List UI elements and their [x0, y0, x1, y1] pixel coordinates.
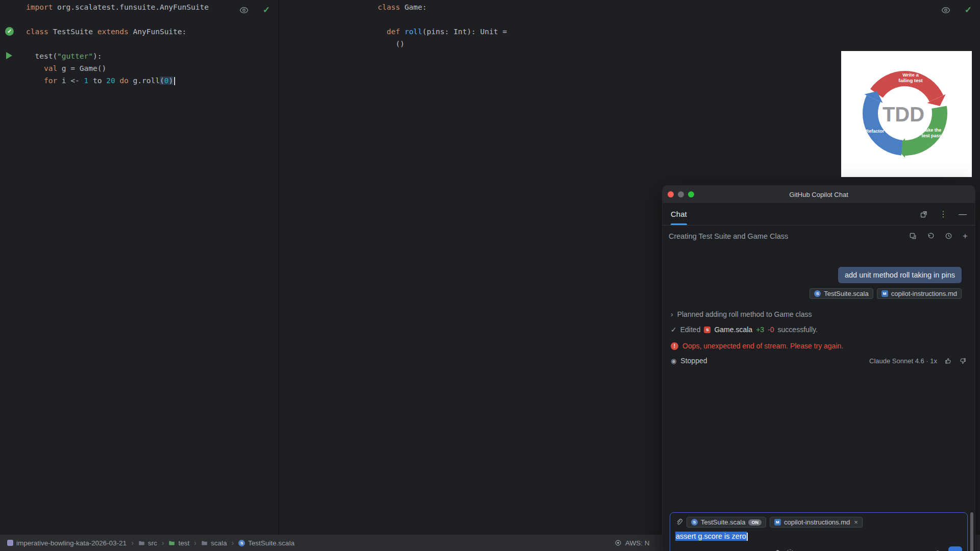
scala-file-icon: S — [704, 327, 710, 333]
markdown-file-icon: M — [881, 290, 888, 297]
eye-icon[interactable] — [941, 6, 950, 15]
breadcrumb-file[interactable]: S TestSuite.scala — [238, 539, 295, 547]
tdd-label-red-1: Write a — [902, 72, 919, 78]
breadcrumb-project[interactable]: imperative-bowling-kata-2026-03-21 — [7, 539, 127, 547]
zoom-window-button[interactable] — [688, 191, 694, 197]
chevron-right-icon: › — [231, 539, 234, 547]
edit-result-row: ✓ Edited S Game.scala +3 -0 successfully… — [671, 325, 975, 334]
send-button[interactable] — [948, 546, 962, 551]
thread-title: Creating Test Suite and Game Class — [669, 232, 788, 240]
remove-attachment-icon[interactable]: × — [854, 518, 858, 526]
no-problems-check-icon[interactable]: ✓ — [263, 5, 270, 15]
more-options-icon[interactable]: ⋮ — [939, 210, 947, 218]
aws-status-icon — [615, 539, 622, 546]
input-attachment-chip-instructions[interactable]: M copilot-instructions.md × — [770, 517, 863, 528]
thumbs-up-icon[interactable] — [944, 357, 952, 365]
code-testsuite[interactable]: import org.scalatest.funsuite.AnyFunSuit… — [0, 1, 278, 87]
cloud-sync-icon[interactable] — [934, 549, 942, 551]
minimize-window-button[interactable] — [678, 191, 684, 197]
inspection-widget-left: ✓ — [239, 5, 270, 15]
folder-icon — [201, 540, 208, 546]
chat-input-box[interactable]: S TestSuite.scala ON M copilot-instructi… — [670, 512, 968, 551]
edited-file-link[interactable]: Game.scala — [714, 325, 752, 334]
user-message-bubble: add unit method roll taking in pins — [838, 267, 962, 283]
plan-step-label: Planned adding roll method to Game class — [677, 310, 812, 318]
scala-file-icon: S — [691, 519, 698, 525]
paperclip-icon[interactable] — [675, 518, 683, 526]
breadcrumb-scala[interactable]: scala — [201, 539, 227, 547]
inspection-widget-right: ✓ — [941, 5, 972, 15]
tools-icon[interactable] — [772, 549, 780, 551]
stopped-label: Stopped — [680, 357, 707, 365]
error-text: Oops, unexpected end of stream. Please t… — [682, 342, 843, 350]
tdd-label-red-2: failing test — [898, 78, 923, 83]
edit-suffix: successfully. — [778, 325, 818, 334]
tdd-label-green-1: Make the — [922, 128, 942, 133]
window-title: GitHub Copilot Chat — [663, 191, 975, 198]
selected-prompt-text: assert g.score is zero — [675, 532, 747, 541]
input-attachment-chip-testsuite[interactable]: S TestSuite.scala ON — [687, 517, 766, 528]
folder-test-icon — [168, 540, 175, 546]
attachment-on-toggle[interactable]: ON — [748, 519, 762, 525]
eye-icon[interactable] — [239, 6, 249, 15]
thumbs-down-icon[interactable] — [959, 357, 967, 365]
history-clock-icon[interactable] — [945, 232, 952, 240]
status-row: ◉ Stopped Claude Sonnet 4.6 · 1x — [671, 357, 967, 365]
breadcrumb-src[interactable]: src — [138, 539, 157, 547]
copilot-chat-window: GitHub Copilot Chat Chat ⋮ — Creating Te… — [663, 186, 975, 551]
tdd-cycle-image: Write a failing test Make the test pass … — [841, 51, 972, 177]
chevron-right-icon: › — [162, 539, 164, 547]
scala-file-icon: S — [238, 540, 245, 546]
new-chat-plus-icon[interactable]: + — [963, 232, 968, 240]
tdd-label-blue: Refactor — [866, 129, 885, 134]
hide-panel-icon[interactable]: — — [959, 210, 967, 218]
attachments-stack-icon[interactable] — [909, 232, 917, 240]
chevron-right-icon: › — [131, 539, 134, 547]
model-dropdown[interactable]: Claude Sonnet 4.6 ▾ — [704, 549, 766, 551]
stopped-record-icon: ◉ — [671, 357, 676, 365]
error-message-row: ! Oops, unexpected end of stream. Please… — [671, 342, 975, 350]
model-usage-label: Claude Sonnet 4.6 · 1x — [869, 357, 937, 365]
folder-icon — [138, 540, 145, 546]
close-window-button[interactable] — [668, 191, 674, 197]
check-icon: ✓ — [671, 325, 677, 334]
chevron-right-icon: › — [671, 310, 673, 318]
text-caret — [747, 533, 748, 541]
markdown-file-icon: M — [774, 519, 781, 525]
diff-added: +3 — [756, 325, 764, 334]
prompt-input-field[interactable]: assert g.score is zero — [675, 532, 962, 541]
tab-chat[interactable]: Chat — [671, 203, 687, 225]
message-file-chip-testsuite[interactable]: S TestSuite.scala — [810, 288, 873, 299]
diff-removed: -0 — [768, 325, 774, 334]
tdd-label-green-2: test pass — [921, 133, 941, 138]
plan-step-toggle[interactable]: › Planned adding roll method to Game cla… — [671, 310, 975, 318]
chat-scrollbar[interactable] — [970, 512, 973, 551]
aws-status-widget[interactable]: AWS: N — [615, 539, 650, 547]
project-icon — [7, 540, 13, 546]
code-game[interactable]: class Game: def roll(pins: Int): Unit = … — [279, 1, 980, 50]
chat-tab-bar: Chat ⋮ — — [663, 203, 975, 226]
chat-message-list: add unit method roll taking in pins S Te… — [663, 267, 975, 551]
open-in-editor-icon[interactable] — [920, 210, 928, 218]
message-file-chip-instructions[interactable]: M copilot-instructions.md — [877, 288, 962, 299]
breadcrumb-test[interactable]: test — [168, 539, 189, 547]
undo-icon[interactable] — [927, 232, 935, 240]
aws-status-label: AWS: N — [625, 539, 650, 547]
thread-header: Creating Test Suite and Game Class + — [663, 226, 975, 246]
chevron-right-icon: › — [194, 539, 197, 547]
scala-file-icon: S — [814, 290, 821, 297]
tdd-title: TDD — [883, 103, 924, 126]
context-usage-icon[interactable] — [786, 549, 794, 551]
error-icon: ! — [671, 342, 678, 350]
editor-pane-testsuite[interactable]: ✓ import org.scalatest.funsuite.AnyFunSu… — [0, 0, 278, 534]
edit-verb: Edited — [680, 325, 701, 334]
agent-mode-dropdown[interactable]: Agent ▾ — [675, 549, 698, 551]
no-problems-check-icon[interactable]: ✓ — [965, 5, 972, 15]
chat-titlebar[interactable]: GitHub Copilot Chat — [663, 186, 975, 203]
